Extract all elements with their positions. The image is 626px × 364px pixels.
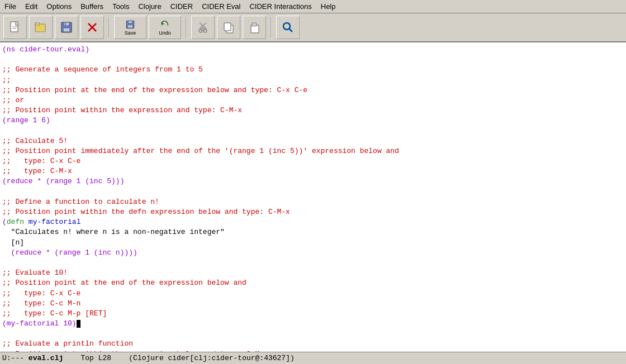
close-button[interactable] [80, 16, 104, 39]
cut-icon [196, 21, 210, 34]
status-separator1 [24, 354, 29, 362]
status-mode-info: (Clojure cider[clj:cider-tour@:43627]) [129, 354, 294, 362]
toolbar-separator-3 [271, 17, 272, 37]
menu-tools[interactable]: Tools [108, 1, 134, 12]
menu-buffers[interactable]: Buffers [76, 1, 108, 12]
menu-cider-eval[interactable]: CIDER Eval [197, 1, 245, 12]
save-button-label: Save [125, 30, 136, 36]
statusbar: U:--- eval.clj Top L28 (Clojure cider[cl… [0, 352, 626, 364]
undo-icon [160, 20, 170, 30]
svg-rect-4 [35, 23, 40, 25]
menu-clojure[interactable]: Clojure [134, 1, 165, 12]
new-file-icon [8, 21, 22, 34]
menu-cider-interactions[interactable]: CIDER Interactions [245, 1, 316, 12]
open-file-icon [34, 21, 48, 34]
svg-rect-8 [65, 23, 66, 25]
status-filename: eval.clj [29, 354, 63, 362]
code-content: (ns cider-tour.eval) ;; Generate a seque… [2, 45, 624, 352]
menu-options[interactable]: Options [42, 1, 76, 12]
toolbar-separator-2 [186, 17, 187, 37]
search-button[interactable] [276, 16, 300, 39]
editor[interactable]: (ns cider-tour.eval) ;; Generate a seque… [0, 42, 626, 352]
status-position: Top L28 [80, 354, 111, 362]
undo-button-label: Undo [159, 30, 171, 36]
paste-button[interactable] [243, 16, 266, 39]
svg-rect-7 [63, 28, 70, 32]
status-mode: U:--- [2, 354, 24, 362]
undo-button[interactable]: Undo [149, 16, 181, 39]
menu-edit[interactable]: Edit [21, 1, 42, 12]
menubar: File Edit Options Buffers Tools Clojure … [0, 0, 626, 13]
save-label-button[interactable]: Save [114, 16, 146, 39]
save-disk-icon [60, 21, 73, 34]
toolbar: Save Undo [0, 13, 626, 42]
svg-rect-13 [128, 25, 133, 27]
copy-button[interactable] [217, 16, 240, 39]
menu-file[interactable]: File [0, 1, 21, 12]
search-icon [281, 21, 295, 34]
toolbar-separator-1 [108, 17, 110, 37]
svg-rect-6 [64, 22, 69, 26]
menu-cider[interactable]: CIDER [166, 1, 197, 12]
menu-help[interactable]: Help [316, 1, 340, 12]
save-label-icon [125, 20, 135, 30]
status-separator3 [111, 354, 129, 362]
close-icon [86, 21, 99, 34]
copy-icon [222, 21, 235, 34]
cut-button[interactable] [191, 16, 215, 39]
svg-line-26 [290, 29, 293, 32]
new-file-button[interactable] [3, 16, 27, 39]
svg-rect-22 [224, 23, 231, 31]
svg-marker-14 [162, 22, 164, 25]
status-separator2 [63, 354, 80, 362]
svg-point-25 [283, 23, 290, 30]
open-file-button[interactable] [29, 16, 53, 39]
save-disk-button[interactable] [55, 16, 78, 39]
svg-rect-12 [128, 21, 132, 23]
svg-rect-24 [252, 23, 257, 26]
paste-icon [248, 21, 261, 34]
